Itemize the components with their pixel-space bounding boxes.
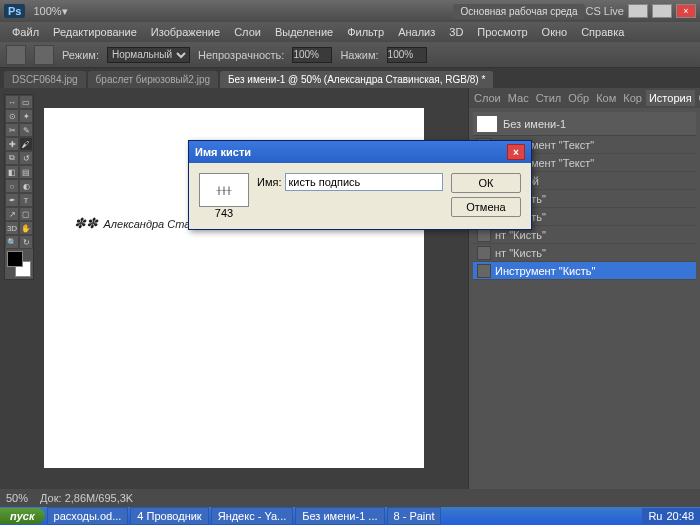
wand-tool[interactable]: ✦ bbox=[19, 109, 33, 123]
taskbar-item[interactable]: 4 Проводник bbox=[130, 507, 208, 525]
name-label: Имя: bbox=[257, 176, 281, 188]
start-button[interactable]: пуск bbox=[0, 508, 45, 524]
blur-tool[interactable]: ○ bbox=[5, 179, 19, 193]
taskbar-item[interactable]: расходы.od... bbox=[47, 507, 129, 525]
zoom-indicator[interactable]: 100% bbox=[33, 5, 61, 17]
menu-image[interactable]: Изображение bbox=[145, 24, 226, 40]
type-tool[interactable]: T bbox=[19, 193, 33, 207]
panel-tabs: Слои Мас Стил Обр Ком Кор История Опер К… bbox=[469, 88, 700, 108]
flow-label: Нажим: bbox=[340, 49, 378, 61]
doc-info[interactable]: Док: 2,86M/695,3K bbox=[40, 492, 133, 504]
lasso-tool[interactable]: ⊙ bbox=[5, 109, 19, 123]
path-tool[interactable]: ↗ bbox=[5, 207, 19, 221]
app-logo: Ps bbox=[4, 4, 25, 18]
panel-tab-history[interactable]: История bbox=[646, 90, 695, 106]
eraser-tool[interactable]: ◧ bbox=[5, 165, 19, 179]
menu-file[interactable]: Файл bbox=[6, 24, 45, 40]
dialog-title: Имя кисти bbox=[195, 146, 251, 158]
hand-tool[interactable]: ✋ bbox=[19, 221, 33, 235]
dialog-close-button[interactable]: × bbox=[507, 144, 525, 160]
panel-tab[interactable]: Слои bbox=[471, 90, 504, 106]
history-item[interactable]: нт "Кисть" bbox=[473, 244, 696, 262]
taskbar-item[interactable]: Без имени-1 ... bbox=[295, 507, 384, 525]
doc-tab[interactable]: DSCF0684.jpg bbox=[4, 71, 86, 88]
pen-tool[interactable]: ✒ bbox=[5, 193, 19, 207]
brush-icon bbox=[477, 264, 491, 278]
brush-preset-icon[interactable] bbox=[6, 45, 26, 65]
document-tabs: DSCF0684.jpg браслет бирюзовый2.jpg Без … bbox=[0, 68, 700, 88]
healing-tool[interactable]: ✚ bbox=[5, 137, 19, 151]
panel-tab[interactable]: Стил bbox=[533, 90, 565, 106]
panel-tab[interactable]: Опер bbox=[696, 90, 700, 106]
workspace-switcher[interactable]: Основная рабочая среда bbox=[453, 4, 586, 19]
snapshot-thumb-icon bbox=[477, 116, 497, 132]
menu-select[interactable]: Выделение bbox=[269, 24, 339, 40]
mode-select[interactable]: Нормальный bbox=[107, 47, 190, 63]
menu-3d[interactable]: 3D bbox=[443, 24, 469, 40]
menu-window[interactable]: Окно bbox=[536, 24, 574, 40]
system-tray[interactable]: Ru 20:48 bbox=[642, 508, 700, 524]
window-titlebar: Ps 100% ▾ Основная рабочая среда CS Live… bbox=[0, 0, 700, 22]
history-icon[interactable]: ▾ bbox=[62, 5, 68, 18]
stamp-tool[interactable]: ⧉ bbox=[5, 151, 19, 165]
cancel-button[interactable]: Отмена bbox=[451, 197, 521, 217]
history-brush-tool[interactable]: ↺ bbox=[19, 151, 33, 165]
toolbox: ↔▭ ⊙✦ ✂✎ ✚🖌 ⧉↺ ◧▤ ○◐ ✒T ↗▢ 3D✋ 🔍↻ bbox=[4, 94, 34, 280]
brush-thumbnail: ╫╫╫ 743 bbox=[199, 173, 249, 219]
gradient-tool[interactable]: ▤ bbox=[19, 165, 33, 179]
taskbar-item[interactable]: Яндекс - Ya... bbox=[211, 507, 294, 525]
panel-tab[interactable]: Кор bbox=[620, 90, 645, 106]
3d-tool[interactable]: 3D bbox=[5, 221, 19, 235]
taskbar-item[interactable]: 8 - Paint bbox=[387, 507, 442, 525]
menu-filter[interactable]: Фильтр bbox=[341, 24, 390, 40]
dialog-titlebar[interactable]: Имя кисти × bbox=[189, 141, 531, 163]
brush-size-label: 743 bbox=[199, 207, 249, 219]
brush-preview-icon: ╫╫╫ bbox=[199, 173, 249, 207]
brush-tip-icon[interactable] bbox=[34, 45, 54, 65]
shape-tool[interactable]: ▢ bbox=[19, 207, 33, 221]
zoom-tool[interactable]: 🔍 bbox=[5, 235, 19, 249]
menu-edit[interactable]: Редактирование bbox=[47, 24, 143, 40]
crop-tool[interactable]: ✂ bbox=[5, 123, 19, 137]
doc-tab-active[interactable]: Без имени-1 @ 50% (Александра Ставинская… bbox=[220, 71, 493, 88]
brush-name-input[interactable] bbox=[285, 173, 443, 191]
flow-input[interactable] bbox=[387, 47, 427, 63]
brush-name-dialog: Имя кисти × ╫╫╫ 743 Имя: ОК Отмена bbox=[188, 140, 532, 230]
mode-label: Режим: bbox=[62, 49, 99, 61]
rotate-tool[interactable]: ↻ bbox=[19, 235, 33, 249]
color-swatch[interactable] bbox=[7, 251, 31, 277]
opacity-input[interactable] bbox=[292, 47, 332, 63]
menu-layer[interactable]: Слои bbox=[228, 24, 267, 40]
move-tool[interactable]: ↔ bbox=[5, 95, 19, 109]
cslive-button[interactable]: CS Live bbox=[585, 5, 624, 17]
eyedropper-tool[interactable]: ✎ bbox=[19, 123, 33, 137]
panel-tab[interactable]: Ком bbox=[593, 90, 619, 106]
close-button[interactable]: × bbox=[676, 4, 696, 18]
menu-view[interactable]: Просмотр bbox=[471, 24, 533, 40]
zoom-field[interactable]: 50% bbox=[6, 492, 28, 504]
clock[interactable]: 20:48 bbox=[666, 510, 694, 522]
menu-help[interactable]: Справка bbox=[575, 24, 630, 40]
menu-analysis[interactable]: Анализ bbox=[392, 24, 441, 40]
marquee-tool[interactable]: ▭ bbox=[19, 95, 33, 109]
ok-button[interactable]: ОК bbox=[451, 173, 521, 193]
brush-tool[interactable]: 🖌 bbox=[19, 137, 33, 151]
brush-icon bbox=[477, 246, 491, 260]
history-snapshot[interactable]: Без имени-1 bbox=[473, 112, 696, 136]
doc-tab[interactable]: браслет бирюзовый2.jpg bbox=[88, 71, 218, 88]
maximize-button[interactable]: □ bbox=[652, 4, 672, 18]
history-item-selected[interactable]: Инструмент "Кисть" bbox=[473, 262, 696, 280]
snapshot-label: Без имени-1 bbox=[503, 118, 566, 130]
taskbar: пуск расходы.od... 4 Проводник Яндекс - … bbox=[0, 507, 700, 525]
minimize-button[interactable]: – bbox=[628, 4, 648, 18]
dodge-tool[interactable]: ◐ bbox=[19, 179, 33, 193]
lang-indicator[interactable]: Ru bbox=[648, 510, 662, 522]
options-bar: Режим: Нормальный Непрозрачность: Нажим: bbox=[0, 42, 700, 68]
menubar: Файл Редактирование Изображение Слои Выд… bbox=[0, 22, 700, 42]
opacity-label: Непрозрачность: bbox=[198, 49, 284, 61]
panel-tab[interactable]: Обр bbox=[565, 90, 592, 106]
statusbar: 50% Док: 2,86M/695,3K bbox=[0, 489, 700, 507]
panel-tab[interactable]: Мас bbox=[505, 90, 532, 106]
